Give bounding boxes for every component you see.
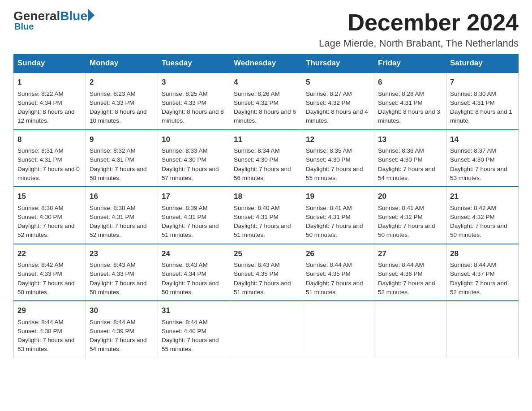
- page-header: General Blue Blue December 2024 Lage Mie…: [13, 9, 519, 49]
- header-friday: Friday: [374, 54, 446, 73]
- day-number: 18: [234, 191, 298, 202]
- logo: General Blue Blue: [13, 9, 94, 32]
- calendar-cell: 8 Sunrise: 8:31 AM Sunset: 4:31 PM Dayli…: [14, 130, 86, 187]
- day-number: 26: [306, 248, 370, 260]
- calendar-cell: 26 Sunrise: 8:44 AM Sunset: 4:35 PM Dayl…: [302, 244, 374, 301]
- daylight-label: Daylight: 8 hours and 1 minute.: [450, 108, 512, 124]
- logo-underline: Blue: [14, 21, 34, 32]
- sunset-label: Sunset: 4:33 PM: [17, 270, 62, 277]
- sunset-label: Sunset: 4:30 PM: [17, 214, 62, 220]
- calendar-cell: 12 Sunrise: 8:35 AM Sunset: 4:30 PM Dayl…: [302, 130, 374, 187]
- day-number: 21: [450, 191, 515, 202]
- page-title: December 2024: [319, 9, 519, 36]
- daylight-label: Daylight: 8 hours and 3 minutes.: [378, 108, 440, 124]
- day-number: 11: [234, 134, 298, 146]
- day-number: 5: [306, 77, 370, 88]
- sunrise-label: Sunrise: 8:36 AM: [378, 147, 424, 154]
- sunrise-label: Sunrise: 8:22 AM: [17, 90, 64, 97]
- sunrise-label: Sunrise: 8:33 AM: [162, 147, 208, 154]
- day-number: 28: [450, 248, 515, 260]
- day-number: 30: [90, 305, 154, 317]
- title-section: December 2024 Lage Mierde, North Brabant…: [319, 9, 519, 49]
- sunset-label: Sunset: 4:37 PM: [450, 270, 495, 277]
- sunset-label: Sunset: 4:31 PM: [306, 214, 351, 220]
- daylight-label: Daylight: 7 hours and 55 minutes.: [162, 337, 219, 352]
- sunrise-label: Sunrise: 8:32 AM: [90, 147, 136, 154]
- sunset-label: Sunset: 4:30 PM: [378, 156, 423, 163]
- sunset-label: Sunset: 4:32 PM: [450, 214, 495, 220]
- calendar-cell: 18 Sunrise: 8:40 AM Sunset: 4:31 PM Dayl…: [230, 187, 302, 244]
- daylight-label: Daylight: 7 hours and 52 minutes.: [450, 280, 507, 295]
- daylight-label: Daylight: 7 hours and 51 minutes.: [234, 223, 291, 238]
- calendar-cell: 9 Sunrise: 8:32 AM Sunset: 4:31 PM Dayli…: [86, 130, 158, 187]
- calendar-cell: 4 Sunrise: 8:26 AM Sunset: 4:32 PM Dayli…: [230, 73, 302, 130]
- day-number: 2: [90, 77, 154, 88]
- daylight-label: Daylight: 7 hours and 50 minutes.: [378, 223, 435, 238]
- daylight-label: Daylight: 7 hours and 50 minutes.: [90, 280, 147, 295]
- week-row-2: 8 Sunrise: 8:31 AM Sunset: 4:31 PM Dayli…: [14, 130, 519, 187]
- day-number: 24: [162, 248, 226, 260]
- daylight-label: Daylight: 7 hours and 56 minutes.: [234, 166, 291, 181]
- sunrise-label: Sunrise: 8:38 AM: [17, 205, 64, 211]
- calendar-header-row: SundayMondayTuesdayWednesdayThursdayFrid…: [14, 54, 519, 73]
- day-number: 6: [378, 77, 442, 88]
- calendar-cell: 17 Sunrise: 8:39 AM Sunset: 4:31 PM Dayl…: [158, 187, 230, 244]
- sunrise-label: Sunrise: 8:44 AM: [378, 261, 424, 268]
- day-number: 25: [234, 248, 298, 260]
- calendar-cell: 23 Sunrise: 8:43 AM Sunset: 4:33 PM Dayl…: [86, 244, 158, 301]
- day-number: 7: [450, 77, 515, 88]
- sunrise-label: Sunrise: 8:39 AM: [162, 205, 208, 211]
- page-subtitle: Lage Mierde, North Brabant, The Netherla…: [319, 38, 519, 49]
- sunset-label: Sunset: 4:31 PM: [378, 99, 423, 106]
- daylight-label: Daylight: 7 hours and 51 minutes.: [306, 280, 363, 295]
- header-thursday: Thursday: [302, 54, 374, 73]
- sunrise-label: Sunrise: 8:28 AM: [378, 90, 424, 97]
- day-number: 22: [17, 248, 82, 260]
- day-number: 8: [17, 134, 82, 146]
- daylight-label: Daylight: 7 hours and 54 minutes.: [90, 337, 147, 352]
- logo-blue-text: Blue: [60, 9, 87, 23]
- sunrise-label: Sunrise: 8:37 AM: [450, 147, 496, 154]
- header-wednesday: Wednesday: [230, 54, 302, 73]
- sunrise-label: Sunrise: 8:44 AM: [306, 261, 352, 268]
- week-row-1: 1 Sunrise: 8:22 AM Sunset: 4:34 PM Dayli…: [14, 73, 519, 130]
- daylight-label: Daylight: 7 hours and 58 minutes.: [90, 166, 147, 181]
- sunset-label: Sunset: 4:32 PM: [306, 99, 351, 106]
- sunrise-label: Sunrise: 8:41 AM: [306, 205, 352, 211]
- sunset-label: Sunset: 4:32 PM: [378, 214, 423, 220]
- sunset-label: Sunset: 4:31 PM: [162, 214, 206, 220]
- sunset-label: Sunset: 4:31 PM: [450, 99, 495, 106]
- sunrise-label: Sunrise: 8:34 AM: [234, 147, 280, 154]
- daylight-label: Daylight: 7 hours and 50 minutes.: [17, 280, 75, 295]
- sunset-label: Sunset: 4:31 PM: [90, 214, 134, 220]
- sunset-label: Sunset: 4:31 PM: [90, 156, 134, 163]
- sunset-label: Sunset: 4:30 PM: [306, 156, 351, 163]
- day-number: 15: [17, 191, 82, 202]
- week-row-5: 29 Sunrise: 8:44 AM Sunset: 4:38 PM Dayl…: [14, 301, 519, 358]
- daylight-label: Daylight: 7 hours and 53 minutes.: [450, 166, 507, 181]
- sunrise-label: Sunrise: 8:43 AM: [162, 261, 208, 268]
- sunrise-label: Sunrise: 8:26 AM: [234, 90, 280, 97]
- day-number: 23: [90, 248, 154, 260]
- daylight-label: Daylight: 7 hours and 53 minutes.: [17, 337, 75, 352]
- calendar-cell: 22 Sunrise: 8:42 AM Sunset: 4:33 PM Dayl…: [14, 244, 86, 301]
- calendar-cell: 27 Sunrise: 8:44 AM Sunset: 4:36 PM Dayl…: [374, 244, 446, 301]
- calendar-cell: 13 Sunrise: 8:36 AM Sunset: 4:30 PM Dayl…: [374, 130, 446, 187]
- header-saturday: Saturday: [446, 54, 519, 73]
- day-number: 10: [162, 134, 226, 146]
- sunrise-label: Sunrise: 8:38 AM: [90, 205, 136, 211]
- sunset-label: Sunset: 4:34 PM: [162, 270, 206, 277]
- day-number: 14: [450, 134, 515, 146]
- calendar-cell: 11 Sunrise: 8:34 AM Sunset: 4:30 PM Dayl…: [230, 130, 302, 187]
- sunrise-label: Sunrise: 8:31 AM: [17, 147, 64, 154]
- sunrise-label: Sunrise: 8:41 AM: [378, 205, 424, 211]
- daylight-label: Daylight: 8 hours and 12 minutes.: [17, 108, 75, 124]
- sunset-label: Sunset: 4:35 PM: [306, 270, 351, 277]
- calendar-body: 1 Sunrise: 8:22 AM Sunset: 4:34 PM Dayli…: [14, 73, 519, 358]
- calendar-cell: 3 Sunrise: 8:25 AM Sunset: 4:33 PM Dayli…: [158, 73, 230, 130]
- daylight-label: Daylight: 7 hours and 52 minutes.: [378, 280, 435, 295]
- daylight-label: Daylight: 7 hours and 51 minutes.: [162, 223, 219, 238]
- day-number: 19: [306, 191, 370, 202]
- sunrise-label: Sunrise: 8:25 AM: [162, 90, 208, 97]
- daylight-label: Daylight: 8 hours and 10 minutes.: [90, 108, 147, 124]
